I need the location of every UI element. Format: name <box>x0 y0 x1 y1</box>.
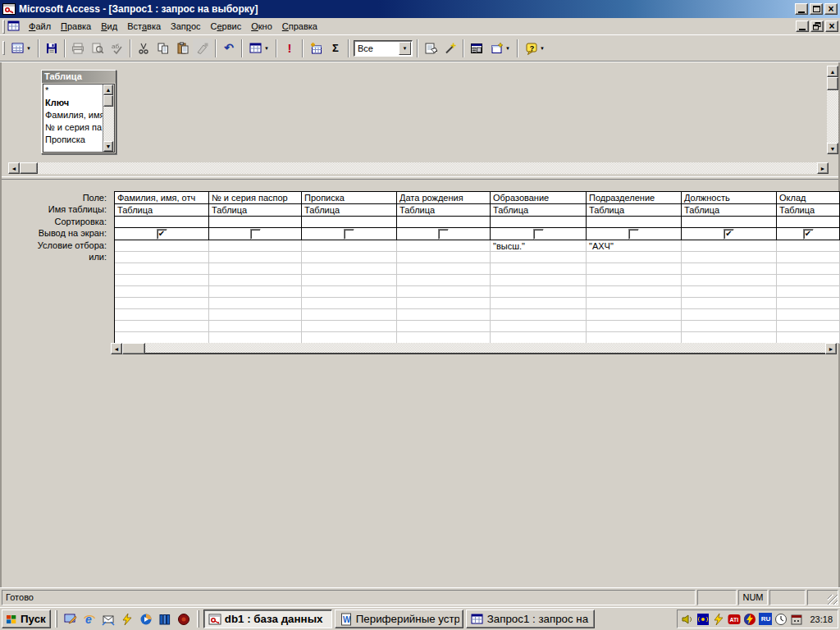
grid-cell-or[interactable] <box>777 252 840 262</box>
child-close-button[interactable]: × <box>825 21 838 32</box>
scrollbar-track[interactable] <box>145 343 825 353</box>
copy-button[interactable] <box>153 39 173 58</box>
show-all-combo[interactable]: Все▼ <box>354 40 413 57</box>
show-desktop-icon[interactable] <box>63 612 78 627</box>
grid-cell-table[interactable]: Таблица <box>491 204 587 216</box>
maximize-button[interactable] <box>810 3 823 15</box>
grid-cell-empty[interactable] <box>682 321 777 331</box>
new-object-button[interactable]: ▼ <box>486 39 514 58</box>
grid-cell-empty[interactable] <box>115 309 209 320</box>
show-checkbox[interactable] <box>438 229 449 240</box>
grid-cell-empty[interactable] <box>777 321 840 331</box>
grid-cell-empty[interactable] <box>682 332 777 343</box>
grid-cell-empty[interactable] <box>115 275 209 285</box>
grid-cell-show[interactable] <box>302 228 397 240</box>
grid-hscrollbar[interactable]: ◄ ► <box>111 343 837 354</box>
menu-item[interactable]: Вид <box>96 20 122 34</box>
grid-cell-table[interactable]: Таблица <box>777 204 840 216</box>
grid-cell-or[interactable] <box>491 252 587 262</box>
grid-cell-empty[interactable] <box>397 286 491 297</box>
scroll-left-icon[interactable]: ◄ <box>111 343 122 354</box>
grid-cell-table[interactable]: Таблица <box>682 204 777 216</box>
task-button[interactable]: WПериферийные устройс... <box>335 609 463 628</box>
grid-cell-sort[interactable] <box>397 217 491 227</box>
paste-button[interactable] <box>173 39 193 58</box>
spelling-button[interactable]: аб <box>107 39 127 58</box>
field-list-item[interactable]: * <box>43 84 103 97</box>
start-button[interactable]: Пуск <box>2 609 51 628</box>
grid-cell-sort[interactable] <box>777 217 840 227</box>
scroll-up-icon[interactable]: ▲ <box>827 66 838 77</box>
minimize-button[interactable] <box>795 3 808 15</box>
grid-cell-empty[interactable] <box>587 309 682 320</box>
show-table-button[interactable] <box>306 39 326 58</box>
grid-cell-empty[interactable] <box>115 263 209 274</box>
help-button[interactable]: ?▼ <box>521 39 549 58</box>
grid-cell-empty[interactable] <box>209 275 302 285</box>
grid-cell-sort[interactable] <box>302 217 397 227</box>
close-button[interactable]: × <box>824 3 838 15</box>
grid-cell-empty[interactable] <box>397 309 491 320</box>
grid-cell-empty[interactable] <box>397 332 491 343</box>
taskbar-handle[interactable] <box>55 610 57 628</box>
query-window-icon[interactable] <box>7 20 21 33</box>
grid-cell-crit[interactable] <box>397 240 491 251</box>
field-list-window[interactable]: Таблица *КлючФамилия, имя№ и серия паПро… <box>41 70 116 154</box>
show-checkbox[interactable] <box>628 229 639 240</box>
show-checkbox[interactable] <box>533 229 544 240</box>
print-button[interactable] <box>68 39 88 58</box>
grid-cell-empty[interactable] <box>491 298 587 308</box>
ati-icon[interactable]: ATI <box>728 613 741 626</box>
grid-cell-empty[interactable] <box>397 275 491 285</box>
grid-cell-empty[interactable] <box>209 332 302 343</box>
grid-cell-empty[interactable] <box>397 298 491 308</box>
show-checkbox[interactable] <box>344 229 354 240</box>
grid-cell-empty[interactable] <box>682 275 777 285</box>
grid-cell-table[interactable]: Таблица <box>397 204 491 216</box>
database-window-button[interactable] <box>467 39 486 58</box>
field-list-item[interactable]: Фамилия, имя <box>43 109 103 121</box>
undo-button[interactable]: ↶ <box>219 39 239 58</box>
grid-cell-field[interactable]: Фамилия, имя, отч <box>115 192 209 203</box>
grid-cell-empty[interactable] <box>682 298 777 308</box>
properties-button[interactable] <box>421 39 441 58</box>
grid-cell-empty[interactable] <box>777 275 840 285</box>
grid-cell-show[interactable]: ✔ <box>682 228 777 240</box>
grid-cell-empty[interactable] <box>302 321 397 331</box>
grid-cell-empty[interactable] <box>587 332 682 343</box>
grid-cell-table[interactable]: Таблица <box>115 204 209 216</box>
grid-cell-show[interactable] <box>587 228 682 240</box>
grid-cell-or[interactable] <box>397 252 491 262</box>
scroll-down-icon[interactable]: ▼ <box>827 143 838 154</box>
grid-cell-show[interactable]: ✔ <box>115 228 209 240</box>
grid-cell-crit[interactable]: "высш." <box>491 240 587 251</box>
totals-button[interactable]: Σ <box>326 39 345 58</box>
grid-cell-empty[interactable] <box>302 263 397 274</box>
table-pane-hscrollbar[interactable]: ◄ ► <box>8 162 829 174</box>
grid-cell-table[interactable]: Таблица <box>209 204 302 216</box>
grid-cell-empty[interactable] <box>209 263 302 274</box>
toolbar-grip[interactable] <box>2 41 5 55</box>
grid-cell-empty[interactable] <box>491 275 587 285</box>
lightning-icon[interactable] <box>120 612 135 627</box>
taskbar-handle[interactable] <box>197 610 199 628</box>
scroll-right-icon[interactable]: ► <box>825 343 837 354</box>
scrollbar-thumb[interactable] <box>103 95 113 107</box>
menu-item[interactable]: Запрос <box>166 20 205 34</box>
grid-cell-empty[interactable] <box>777 263 840 274</box>
grid-cell-or[interactable] <box>115 252 209 262</box>
grid-cell-empty[interactable] <box>115 332 209 343</box>
format-painter-button[interactable] <box>193 39 212 58</box>
menu-item[interactable]: Файл <box>24 20 56 34</box>
show-checkbox[interactable] <box>250 229 261 240</box>
show-checkbox[interactable]: ✔ <box>157 229 167 240</box>
grid-cell-empty[interactable] <box>209 298 302 308</box>
grid-cell-empty[interactable] <box>777 332 840 343</box>
grid-cell-empty[interactable] <box>209 286 302 297</box>
grid-cell-empty[interactable] <box>682 286 777 297</box>
grid-cell-field[interactable]: Прописка <box>302 192 397 203</box>
lightning-icon[interactable] <box>712 613 725 626</box>
grid-cell-empty[interactable] <box>777 309 840 320</box>
language-indicator[interactable]: RU <box>759 613 772 625</box>
grid-cell-field[interactable]: Оклад <box>777 192 840 203</box>
